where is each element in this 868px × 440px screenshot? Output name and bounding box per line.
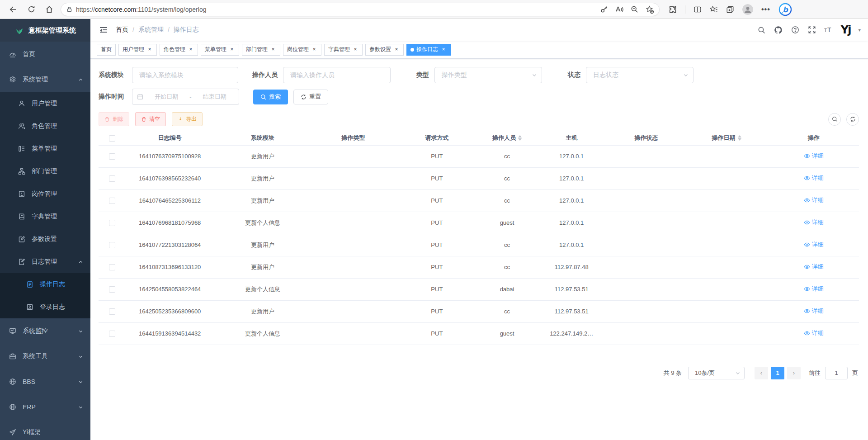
next-page-button[interactable]: › [787,367,801,379]
detail-link[interactable]: 详细 [804,263,824,271]
sidebar-item-dept-mgmt[interactable]: 部门管理 [0,160,90,183]
tag-item[interactable]: 参数设置 × [365,44,404,56]
browser-refresh-button[interactable] [24,3,38,16]
row-checkbox[interactable] [109,220,115,226]
detail-link[interactable]: 详细 [804,285,824,293]
app-logo[interactable]: 意框架管理系统 [0,19,90,42]
tag-close-icon[interactable]: × [352,47,359,53]
github-icon[interactable] [774,25,783,34]
current-page-button[interactable]: 1 [771,367,784,379]
row-checkbox[interactable] [109,331,115,337]
bing-chat-icon[interactable]: b [778,3,792,16]
tag-item[interactable]: 字典管理 × [324,44,363,56]
col-operator[interactable]: 操作人员 [479,131,535,145]
profile-avatar[interactable] [742,4,753,15]
tag-item[interactable]: 用户管理 × [118,44,157,56]
sort-caret-icon[interactable] [738,135,741,141]
tag-close-icon[interactable]: × [270,47,276,53]
search-button[interactable]: 搜索 [253,90,288,104]
sidebar-item-monitor[interactable]: 系统监控 [0,318,90,344]
row-checkbox[interactable] [109,242,115,248]
sidebar-item-log-mgmt[interactable]: 日志管理 [0,251,90,273]
module-input[interactable] [132,67,238,83]
read-aloud-icon[interactable] [615,5,623,14]
detail-link[interactable]: 详细 [804,241,824,249]
font-size-icon[interactable]: TT [824,25,833,34]
fullscreen-icon[interactable] [807,25,816,34]
sidebar-toggle-icon[interactable] [98,24,109,36]
tag-item[interactable]: 部门管理 × [242,44,280,56]
show-search-toggle-icon[interactable] [828,113,841,126]
operator-input[interactable] [283,67,391,83]
sidebar-item-post-mgmt[interactable]: 岗位管理 [0,183,90,205]
tag-close-icon[interactable]: × [440,47,447,53]
split-screen-icon[interactable] [693,5,702,14]
browser-home-button[interactable] [42,3,56,16]
tag-item[interactable]: 操作日志 × [406,44,451,56]
select-all-checkbox[interactable] [109,135,115,142]
delete-button[interactable]: 删除 [99,112,129,126]
sidebar-item-operation-log[interactable]: 操作日志 [0,273,90,296]
header-search-icon[interactable] [757,25,766,34]
browser-menu-icon[interactable]: ••• [761,5,770,14]
row-checkbox[interactable] [109,308,115,315]
breadcrumb-home[interactable]: 首页 [116,26,128,34]
row-checkbox[interactable] [109,153,115,160]
sidebar-item-bbs[interactable]: BBS [0,369,90,394]
refresh-table-icon[interactable] [846,113,859,126]
user-logo-avatar[interactable]: Yj [841,24,851,36]
zoom-out-icon[interactable] [631,5,638,13]
sidebar-item-tools[interactable]: 系统工具 [0,344,90,369]
sidebar-item-erp[interactable]: ERP [0,394,90,420]
detail-link[interactable]: 详细 [804,307,824,315]
detail-link[interactable]: 详细 [804,329,824,337]
row-checkbox[interactable] [109,175,115,182]
collections-icon[interactable] [726,5,734,14]
breadcrumb-system[interactable]: 系统管理 [138,26,164,34]
sidebar-item-role-mgmt[interactable]: 角色管理 [0,115,90,137]
clear-button[interactable]: 清空 [135,112,166,126]
sidebar-item-user-mgmt[interactable]: 用户管理 [0,92,90,115]
tag-close-icon[interactable]: × [146,47,153,53]
extensions-icon[interactable] [669,5,677,14]
add-favorite-icon[interactable] [646,5,654,14]
row-checkbox[interactable] [109,264,115,270]
tag-item[interactable]: 首页 [97,44,116,56]
page-size-select[interactable]: 10条/页 [688,367,745,379]
col-date[interactable]: 操作日期 [684,131,768,145]
tag-close-icon[interactable]: × [311,47,317,53]
help-icon[interactable] [791,25,800,34]
tag-item[interactable]: 岗位管理 × [283,44,321,56]
detail-link[interactable]: 详细 [804,152,824,160]
favorites-icon[interactable] [710,5,718,14]
tag-close-icon[interactable]: × [188,47,194,53]
prev-page-button[interactable]: ‹ [755,367,768,379]
user-menu-caret-icon[interactable]: ▾ [858,27,861,33]
date-range-input[interactable]: 开始日期 - 结束日期 [132,89,239,105]
tag-item[interactable]: 菜单管理 × [201,44,239,56]
sidebar-item-menu-mgmt[interactable]: 菜单管理 [0,137,90,160]
sidebar-item-yi-framework[interactable]: Yi框架 [0,420,90,440]
tag-close-icon[interactable]: × [393,47,400,53]
tag-item[interactable]: 角色管理 × [160,44,198,56]
sidebar-item-home[interactable]: 首页 [0,42,90,67]
row-checkbox[interactable] [109,286,115,293]
export-button[interactable]: 导出 [172,112,203,126]
sidebar-item-dict-mgmt[interactable]: 字典管理 [0,205,90,228]
type-select[interactable]: 操作类型 [434,67,542,83]
detail-link[interactable]: 详细 [804,218,824,227]
sort-caret-icon[interactable] [518,135,522,141]
tag-close-icon[interactable]: × [229,47,235,53]
sidebar-item-login-log[interactable]: 登录日志 [0,296,90,318]
goto-page-input[interactable] [825,367,848,379]
status-select[interactable]: 日志状态 [586,67,693,83]
browser-back-button[interactable] [6,3,20,16]
sidebar-item-param-settings[interactable]: 参数设置 [0,228,90,251]
password-key-icon[interactable] [600,5,608,13]
reset-button[interactable]: 重置 [293,90,328,104]
address-bar[interactable]: https://ccnetcore.com:1101/system/log/op… [61,3,660,16]
detail-link[interactable]: 详细 [804,174,824,182]
row-checkbox[interactable] [109,198,115,204]
detail-link[interactable]: 详细 [804,196,824,204]
sidebar-item-system[interactable]: 系统管理 [0,67,90,92]
